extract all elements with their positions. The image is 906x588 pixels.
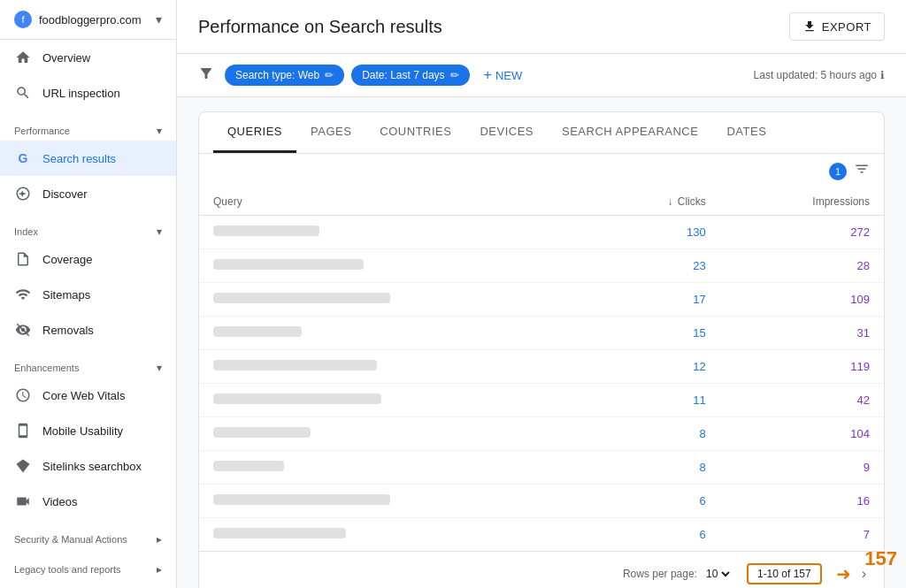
active-filter-badge: 1 <box>829 163 847 180</box>
sidebar-item-search-results[interactable]: G Search results <box>0 141 176 176</box>
sidebar-item-url-inspection[interactable]: URL inspection <box>0 75 176 111</box>
impressions-cell[interactable]: 28 <box>720 249 884 283</box>
section-index-toggle[interactable]: ▾ <box>157 225 162 238</box>
date-label: Date: Last 7 days <box>362 69 444 81</box>
page-title: Performance on Search results <box>198 17 442 37</box>
col-header-impressions: Impressions <box>720 188 884 216</box>
clicks-cell[interactable]: 23 <box>592 249 719 283</box>
sidebar-label-coverage: Coverage <box>42 253 92 266</box>
sidebar-item-discover[interactable]: Discover <box>0 176 176 211</box>
search-type-filter[interactable]: Search type: Web ✏ <box>225 65 344 86</box>
table-row[interactable]: 12119 <box>199 350 884 384</box>
impressions-cell[interactable]: 109 <box>720 283 884 317</box>
impressions-cell[interactable]: 42 <box>720 384 884 417</box>
table-filter-icon[interactable] <box>854 161 870 181</box>
clicks-cell[interactable]: 6 <box>592 485 719 518</box>
filter-funnel-icon[interactable] <box>198 65 214 85</box>
impressions-cell[interactable]: 119 <box>720 350 884 384</box>
account-switcher[interactable]: f foodbloggerpro.com ▾ <box>0 0 176 40</box>
coverage-icon <box>14 250 32 268</box>
tab-dates[interactable]: DATES <box>712 112 780 153</box>
table-row[interactable]: 67 <box>199 518 884 552</box>
query-cell <box>199 384 592 417</box>
sidebar-label-discover: Discover <box>42 187 88 201</box>
new-filter-button[interactable]: + NEW <box>477 63 530 88</box>
query-cell <box>199 485 592 518</box>
section-performance-title: Performance <box>14 126 70 136</box>
date-edit-icon: ✏ <box>450 69 459 81</box>
impressions-cell[interactable]: 272 <box>720 216 884 249</box>
sidebar-item-overview[interactable]: Overview <box>0 40 176 75</box>
export-icon <box>802 19 817 34</box>
col-header-clicks[interactable]: ↓ Clicks <box>592 188 719 216</box>
query-cell <box>199 216 592 249</box>
export-label: EXPORT <box>822 20 871 34</box>
section-enhancements-title: Enhancements <box>14 363 79 373</box>
impressions-cell[interactable]: 31 <box>720 317 884 350</box>
main-content: Performance on Search results EXPORT Sea… <box>177 0 906 588</box>
section-index-title: Index <box>14 226 38 237</box>
last-updated: Last updated: 5 hours ago ℹ <box>754 69 885 81</box>
table-row[interactable]: 130272 <box>199 216 884 249</box>
tab-countries[interactable]: COUNTRIES <box>365 112 465 153</box>
info-icon: ℹ <box>880 69 885 81</box>
sidebar-item-removals[interactable]: Removals <box>0 312 176 347</box>
rows-per-page-select[interactable]: 10 25 50 <box>703 567 733 581</box>
clicks-cell[interactable]: 17 <box>592 283 719 317</box>
sidebar-label-removals: Removals <box>42 324 94 337</box>
sidebar: f foodbloggerpro.com ▾ Overview URL insp… <box>0 0 177 588</box>
impressions-cell[interactable]: 9 <box>720 451 884 485</box>
impressions-cell[interactable]: 7 <box>720 518 884 552</box>
mobile-icon <box>14 422 32 439</box>
table-row[interactable]: 1531 <box>199 317 884 350</box>
section-performance-toggle[interactable]: ▾ <box>157 125 162 137</box>
date-filter[interactable]: Date: Last 7 days ✏ <box>351 65 469 86</box>
section-legacy-toggle[interactable]: ▸ <box>157 563 162 576</box>
clicks-cell[interactable]: 12 <box>592 350 719 384</box>
clicks-cell[interactable]: 8 <box>592 451 719 485</box>
gauge-icon <box>14 386 32 404</box>
table-row[interactable]: 17109 <box>199 283 884 317</box>
sidebar-item-core-web-vitals[interactable]: Core Web Vitals <box>0 378 176 413</box>
tab-devices[interactable]: DEVICES <box>465 112 548 153</box>
section-security-toggle[interactable]: ▸ <box>157 533 162 546</box>
section-enhancements-toggle[interactable]: ▾ <box>157 362 162 374</box>
removals-icon <box>14 321 32 339</box>
impressions-cell[interactable]: 104 <box>720 417 884 451</box>
sidebar-label-videos: Videos <box>42 495 78 508</box>
data-table: Query ↓ Clicks Impressions 1302722328171… <box>199 188 884 551</box>
section-security[interactable]: Security & Manual Actions ▸ <box>0 526 176 549</box>
export-button[interactable]: EXPORT <box>789 12 885 41</box>
search-type-label: Search type: Web <box>235 69 319 81</box>
sidebar-item-coverage[interactable]: Coverage <box>0 241 176 277</box>
tab-pages[interactable]: PAGES <box>296 112 365 153</box>
sidebar-item-mobile-usability[interactable]: Mobile Usability <box>0 413 176 448</box>
rows-per-page: Rows per page: 10 25 50 <box>623 567 733 581</box>
sidebar-item-sitemaps[interactable]: Sitemaps <box>0 277 176 312</box>
filter-bar: Search type: Web ✏ Date: Last 7 days ✏ +… <box>177 54 906 97</box>
tab-search-appearance[interactable]: SEARCH APPEARANCE <box>548 112 712 153</box>
clicks-cell[interactable]: 15 <box>592 317 719 350</box>
impressions-cell[interactable]: 16 <box>720 485 884 518</box>
clicks-cell[interactable]: 6 <box>592 518 719 552</box>
diamond-icon <box>14 457 32 475</box>
section-security-title: Security & Manual Actions <box>14 534 127 545</box>
tab-queries[interactable]: QUERIES <box>213 112 296 153</box>
clicks-cell[interactable]: 11 <box>592 384 719 417</box>
table-row[interactable]: 616 <box>199 485 884 518</box>
query-cell <box>199 451 592 485</box>
table-controls: 1 <box>199 154 884 188</box>
google-icon: G <box>14 149 32 167</box>
section-legacy[interactable]: Legacy tools and reports ▸ <box>0 556 176 579</box>
video-icon <box>14 493 32 510</box>
table-row[interactable]: 2328 <box>199 249 884 283</box>
clicks-cell[interactable]: 8 <box>592 417 719 451</box>
table-row[interactable]: 8104 <box>199 417 884 451</box>
sidebar-item-videos[interactable]: Videos <box>0 484 176 519</box>
sidebar-item-sitelinks-searchbox[interactable]: Sitelinks searchbox <box>0 448 176 484</box>
clicks-cell[interactable]: 130 <box>592 216 719 249</box>
table-row[interactable]: 1142 <box>199 384 884 417</box>
data-card: QUERIES PAGES COUNTRIES DEVICES SEARCH A… <box>198 111 885 588</box>
table-row[interactable]: 89 <box>199 451 884 485</box>
account-arrow-icon: ▾ <box>156 12 162 27</box>
